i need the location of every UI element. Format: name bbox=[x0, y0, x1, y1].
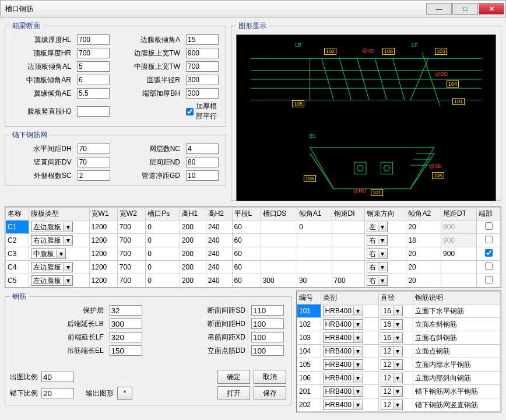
combo[interactable]: 16▾ bbox=[381, 319, 402, 330]
tw-input[interactable] bbox=[186, 48, 219, 58]
combo[interactable]: HRB400▾ bbox=[323, 359, 363, 370]
cover-input[interactable] bbox=[110, 305, 142, 316]
grid2-header[interactable]: 编号 bbox=[297, 292, 321, 304]
table-row[interactable]: 105HRB400▾12▾立面内部水平钢筋 bbox=[297, 358, 501, 372]
hd-input[interactable] bbox=[251, 318, 284, 329]
combo[interactable]: 16▾ bbox=[381, 332, 402, 343]
combo[interactable]: 中腹板▾ bbox=[31, 249, 66, 259]
combo[interactable]: 16▾ bbox=[381, 306, 402, 316]
grid1-header[interactable]: 槽口Ps bbox=[146, 208, 180, 220]
table-row[interactable]: 201HRB400▾12▾锚下钢筋网水平钢筋 bbox=[297, 385, 501, 398]
hr-input[interactable] bbox=[77, 48, 110, 58]
ae-input[interactable] bbox=[77, 88, 110, 99]
combo[interactable]: 右▾ bbox=[367, 262, 388, 272]
table-row[interactable]: 202HRB400▾12▾锚下钢筋网竖直钢筋 bbox=[297, 398, 501, 412]
combo[interactable]: 12▾ bbox=[381, 346, 402, 356]
table-row[interactable]: 103HRB400▾16▾立面右斜钢筋 bbox=[297, 331, 501, 345]
star-button[interactable]: * bbox=[117, 387, 132, 400]
combo[interactable]: HRB400▾ bbox=[323, 386, 363, 397]
gd-input[interactable] bbox=[186, 170, 219, 181]
open-button[interactable]: 打开 bbox=[217, 386, 250, 400]
maximize-button[interactable]: □ bbox=[452, 3, 478, 15]
hl-input[interactable] bbox=[77, 34, 110, 45]
table-row[interactable]: C1左边腹板▾12007000200240600左▾20900 bbox=[6, 220, 501, 234]
combo[interactable]: 左边腹板▾ bbox=[31, 222, 73, 232]
combo[interactable]: HRB400▾ bbox=[323, 306, 363, 316]
el-input[interactable] bbox=[110, 345, 142, 356]
table-row[interactable]: 101HRB400▾16▾立面下水平钢筋 bbox=[297, 304, 501, 318]
combo[interactable]: 右边腹板▾ bbox=[31, 235, 73, 246]
a-input[interactable] bbox=[186, 34, 219, 45]
al-input[interactable] bbox=[77, 61, 110, 72]
table-row[interactable]: 102HRB400▾16▾立面左斜钢筋 bbox=[297, 318, 501, 331]
steel-grid[interactable]: 编号类别直径钢筋说明101HRB400▾16▾立面下水平钢筋102HRB400▾… bbox=[297, 291, 501, 412]
dh-input[interactable] bbox=[78, 144, 110, 154]
grid1-header[interactable]: 端部 bbox=[477, 208, 501, 220]
thick-root-checkbox[interactable] bbox=[186, 108, 194, 116]
grid1-header[interactable]: 钢束方向 bbox=[364, 208, 406, 220]
close-button[interactable]: ✕ bbox=[479, 3, 504, 15]
tw2-input[interactable] bbox=[186, 61, 219, 72]
h0-input[interactable] bbox=[77, 106, 110, 117]
grid1-header[interactable]: 名称 bbox=[6, 208, 29, 220]
nd-input[interactable] bbox=[186, 157, 219, 167]
r-input[interactable] bbox=[186, 75, 219, 85]
grid1-header[interactable]: 腹板类型 bbox=[29, 208, 89, 220]
combo[interactable]: 右▾ bbox=[367, 249, 388, 259]
end-checkbox[interactable] bbox=[485, 262, 493, 270]
end-checkbox[interactable] bbox=[485, 236, 493, 243]
table-row[interactable]: 104HRB400▾12▾立面点钢筋 bbox=[297, 345, 501, 358]
graphic-viewport[interactable]: LB 102 @XD 106 LF 103 @DD 104 105 101 EL… bbox=[236, 34, 496, 201]
table-row[interactable]: C2右边腹板▾1200700020024060右▾18900 bbox=[6, 234, 501, 247]
grid2-header[interactable]: 直径 bbox=[379, 292, 413, 304]
grid1-header[interactable]: 倾角A2 bbox=[406, 208, 441, 220]
grid1-header[interactable]: 宽W1 bbox=[89, 208, 117, 220]
bh-input[interactable] bbox=[186, 88, 219, 99]
xd-input[interactable] bbox=[251, 332, 284, 342]
grid1-header[interactable]: 倾角A1 bbox=[297, 208, 332, 220]
grid1-header[interactable]: 高H2 bbox=[206, 208, 232, 220]
nc-input[interactable] bbox=[186, 144, 219, 154]
ok-button[interactable]: 确定 bbox=[217, 370, 250, 384]
grid1-header[interactable]: 槽口DS bbox=[261, 208, 297, 220]
end-checkbox[interactable] bbox=[485, 249, 493, 257]
grid2-header[interactable]: 钢筋说明 bbox=[413, 292, 501, 304]
ar-input[interactable] bbox=[77, 75, 110, 85]
combo[interactable]: HRB400▾ bbox=[323, 400, 363, 410]
cancel-button[interactable]: 取消 bbox=[254, 370, 286, 384]
combo[interactable]: 左边腹板▾ bbox=[31, 262, 73, 272]
save-button[interactable]: 保存 bbox=[254, 386, 286, 400]
grid1-header[interactable]: 宽W2 bbox=[117, 208, 145, 220]
table-row[interactable]: 106HRB400▾12▾立面内部斜向钢筋 bbox=[297, 372, 501, 385]
combo[interactable]: HRB400▾ bbox=[323, 319, 363, 330]
combo[interactable]: 左边腹板▾ bbox=[31, 275, 73, 286]
grid1-header[interactable]: 高H1 bbox=[180, 208, 206, 220]
lb-input[interactable] bbox=[110, 318, 142, 329]
combo[interactable]: 12▾ bbox=[381, 373, 402, 383]
dd-input[interactable] bbox=[251, 345, 284, 356]
grid1-header[interactable]: 平段L bbox=[232, 208, 261, 220]
minimize-button[interactable]: — bbox=[426, 3, 452, 15]
anchor-input[interactable] bbox=[41, 388, 74, 398]
sc-input[interactable] bbox=[78, 170, 110, 181]
main-grid[interactable]: 名称腹板类型宽W1宽W2槽口Ps高H1高H2平段L槽口DS倾角A1钢束DI钢束方… bbox=[5, 207, 501, 288]
scale-input[interactable] bbox=[41, 372, 74, 382]
lf-input[interactable] bbox=[110, 332, 142, 342]
combo[interactable]: 12▾ bbox=[381, 359, 402, 370]
combo[interactable]: HRB400▾ bbox=[323, 346, 363, 356]
end-checkbox[interactable] bbox=[485, 276, 493, 284]
combo[interactable]: 12▾ bbox=[381, 386, 402, 397]
table-row[interactable]: C3中腹板▾1200700020024060右▾20900 bbox=[6, 247, 501, 261]
grid1-header[interactable]: 钢束DI bbox=[332, 208, 364, 220]
combo[interactable]: HRB400▾ bbox=[323, 373, 363, 383]
combo[interactable]: 右▾ bbox=[367, 235, 388, 246]
sd-input[interactable] bbox=[251, 305, 284, 316]
table-row[interactable]: C4左边腹板▾1200700020024060右▾20 bbox=[6, 261, 501, 274]
combo[interactable]: 左▾ bbox=[367, 222, 388, 232]
combo[interactable]: 右▾ bbox=[367, 275, 388, 286]
combo[interactable]: HRB400▾ bbox=[323, 332, 363, 343]
table-row[interactable]: C5左边腹板▾120070002002406030030700右▾20 bbox=[6, 274, 501, 288]
grid1-header[interactable]: 尾距DT bbox=[441, 208, 477, 220]
dv-input[interactable] bbox=[78, 157, 110, 167]
end-checkbox[interactable] bbox=[485, 222, 493, 230]
